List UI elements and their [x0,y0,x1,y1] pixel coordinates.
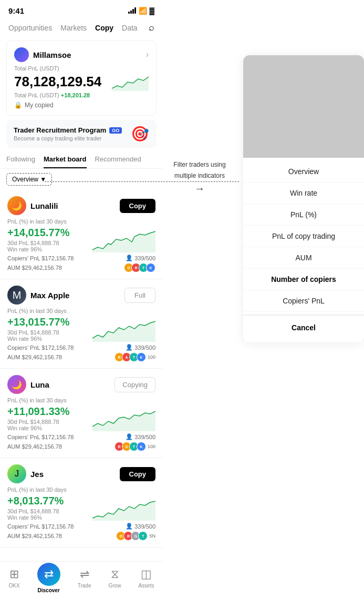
nav-item-okx[interactable]: ⊞ OKX [9,567,20,589]
avatar-group: O R T K [126,263,155,272]
recruitment-banner[interactable]: Trader Recruitment Program GO Become a c… [6,120,157,148]
profile-name: Millamsoe [33,50,71,59]
aum-value: AUM $29,462,156.78 [7,443,62,450]
trader-card: 🌙 Lunalili Copy PnL (%) in last 30 days … [0,190,163,279]
aum-value: AUM $29,462,156.78 [7,354,62,360]
copy-button[interactable]: Copy [120,199,156,213]
assets-icon: ◫ [141,567,152,581]
trader-card: M Max Apple Full PnL (%) in last 30 days… [0,279,163,369]
trader-name: Max Apple [30,291,69,300]
nav-item-data[interactable]: Data [122,24,138,32]
trader-card: J Jes Copy PnL (%) in last 30 days +8,01… [0,458,163,548]
nav-item-markets[interactable]: Markets [60,24,87,32]
nav-item-grow[interactable]: ⧖ Grow [109,567,121,589]
filter-menu-item-win-rate[interactable]: Win rate [243,183,364,204]
avatar: 🌙 [7,196,26,215]
trader-name: Luna [30,380,49,389]
trader-chart [92,229,155,252]
pnl-percent: +13,015.77% [7,316,69,328]
copy-button[interactable]: Copy [120,467,156,481]
copiers-pnl: Copiers' PnL $172,156.78 [7,255,74,261]
win-rate: Win rate 96% [7,246,69,252]
pnl-sub: Total PnL (USDT) +18,201.28 [14,92,149,98]
signal-icon [128,7,136,14]
tab-market-board[interactable]: Market board [44,155,87,168]
filter-menu-item-number-copiers[interactable]: Number of copiers [243,269,364,290]
copiers-pnl: Copiers' PnL $172,156.78 [7,523,74,530]
filter-menu-item-overview[interactable]: Overview [243,161,364,183]
filter-menu-item-pnl-copy[interactable]: PnL of copy trading [243,226,364,247]
nav-label: Assets [138,583,154,589]
overview-filter-button[interactable]: Overview ▼ [6,173,52,186]
filter-menu-item-aum[interactable]: AUM [243,247,364,269]
trader-name: Jes [30,470,44,479]
filter-menu-item-copiers-pnl[interactable]: Copiers' PnL [243,290,364,312]
profile-header: Millamsoe › [14,47,149,62]
pnl-value-row: 78,128,129.54 [14,73,149,91]
recruitment-left: Trader Recruitment Program GO Become a c… [14,126,122,141]
mini-chart [112,73,149,91]
profile-name-row: Millamsoe [14,47,71,62]
filter-desc-line1: Filter traders using [173,160,225,169]
avatar: J [7,464,26,483]
home-icon: ⊞ [9,567,19,581]
pnl-percent: +14,015.77% [7,227,69,239]
nav-label: Discover [38,587,60,593]
arrow-right-icon: → [194,183,205,195]
search-icon[interactable]: ⌕ [149,22,154,33]
nav-label: Trade [78,583,91,589]
copiers-pnl: Copiers' PnL $172,156.78 [7,344,74,351]
stats-row-2: AUM $29,462,156.78 O R T K [7,263,155,272]
my-copied[interactable]: 🔒 My copied [14,102,149,109]
filter-preview-image [243,55,364,158]
nav-item-discover[interactable]: ⇄ Discover [37,563,60,593]
avatar [14,47,29,62]
pnl-30d: 30d PnL $14,888.78 [7,508,64,514]
tab-recommended[interactable]: Recommended [95,155,141,168]
avatar-group: R A T K 100 [117,352,155,362]
nav-label: Grow [109,583,121,589]
bottom-nav: ⊞ OKX ⇄ Discover ⇌ Trade ⧖ Grow ◫ Assets [0,561,163,598]
recruitment-icon: 🎯 [131,125,149,143]
pnl-percent: +11,091.33% [7,406,69,418]
nav-item-opportunities[interactable]: Opportunities [8,24,52,32]
battery-icon: ▓ [150,7,154,15]
status-icons: 📶 ▓ [128,7,154,15]
pnl-period-label: PnL (%) in last 30 days [7,486,155,493]
chevron-right-icon[interactable]: › [146,50,149,59]
pnl-period-label: PnL (%) in last 30 days [7,397,155,403]
nav-item-trade[interactable]: ⇌ Trade [78,567,91,589]
copiers-count: 👤 339/500 [126,433,155,440]
top-nav: Opportunities Markets Copy Data ⌕ [0,19,163,36]
filter-description: Filter traders using multiple indicators… [163,160,236,195]
status-bar: 9:41 📶 ▓ [0,0,163,19]
pnl-period-label: PnL (%) in last 30 days [7,308,155,314]
trader-chart [92,408,155,431]
trader-info: 🌙 Lunalili [7,196,58,215]
pnl-period-label: PnL (%) in last 30 days [7,218,155,225]
filter-cancel-button[interactable]: Cancel [243,314,364,339]
filter-row: Overview ▼ [0,169,163,190]
full-button[interactable]: Full [124,288,155,303]
recruitment-title: Trader Recruitment Program [14,126,106,134]
win-rate: Win rate 96% [7,514,64,521]
recruitment-text: Trader Recruitment Program GO Become a c… [14,126,122,141]
status-time: 9:41 [8,6,24,15]
copiers-pnl: Copiers' PnL $172,156.78 [7,434,74,440]
filter-desc-line2: multiple indicators [174,171,225,180]
recruitment-subtitle: Become a copy trading elite trader [14,135,122,141]
pnl-30d: 30d PnL $14,888.78 [7,329,69,336]
avatar: 🌙 [7,375,26,394]
pnl-change: +18,201.28 [61,92,90,98]
trader-chart [92,497,155,521]
tab-following[interactable]: Following [6,155,35,168]
aum-value: AUM $29,462,156.78 [7,265,62,271]
left-panel: 9:41 📶 ▓ Opportunities Markets Copy Data… [0,0,163,598]
trader-chart [92,318,155,342]
filter-menu-item-pnl-percent[interactable]: PnL (%) [243,204,364,226]
copying-button[interactable]: Copying [115,377,155,392]
nav-item-copy[interactable]: Copy [95,24,113,32]
nav-item-assets[interactable]: ◫ Assets [138,567,154,589]
copiers-count: 👤 339/500 [126,344,155,351]
go-badge: GO [109,127,122,134]
